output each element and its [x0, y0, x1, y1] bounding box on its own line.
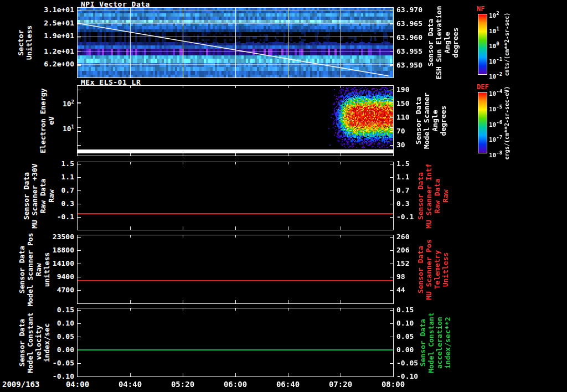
tick-mark — [183, 308, 183, 311]
right-axis-label-line: Sensor Data — [419, 287, 427, 392]
tick-exponent: 2 — [71, 99, 74, 105]
time-tick-label: 04:40 — [108, 380, 152, 389]
tick-mark — [390, 290, 393, 291]
tick-mark — [390, 277, 393, 277]
tick-mark — [78, 90, 81, 90]
tick-mark — [78, 64, 81, 65]
tick-mark — [390, 323, 393, 324]
tick-mark — [78, 310, 81, 311]
tick-mark — [341, 74, 341, 78]
tick-mark — [78, 204, 81, 204]
tick-mark — [390, 65, 393, 66]
tick-mark — [235, 373, 236, 376]
tick-exponent: -1 — [496, 56, 502, 62]
npi-spectrogram-panel — [77, 7, 394, 78]
tick-mark — [78, 24, 81, 24]
npi-spectrogram-canvas — [78, 8, 393, 78]
tick-mark — [130, 235, 131, 238]
tick-mark — [183, 235, 183, 238]
tick-mark — [78, 36, 81, 37]
tick-mark — [390, 51, 393, 52]
tick-exponent: -4 — [496, 89, 502, 94]
y-tick-label: 1.2e+01 — [30, 47, 74, 55]
tick-mark — [78, 164, 81, 164]
tick-mark — [130, 152, 131, 156]
tick-exponent: -8 — [496, 150, 502, 156]
tick-mark — [235, 162, 236, 164]
tick-mark — [130, 373, 131, 376]
tick-mark — [78, 145, 81, 146]
series-line-model-scanner-pos-raw — [78, 280, 393, 281]
tick-mark — [341, 300, 341, 303]
tick-mark — [390, 217, 393, 218]
model-constant-panel — [77, 308, 394, 377]
tick-exponent: -7 — [496, 135, 502, 140]
tick-mark — [235, 235, 236, 238]
tick-mark — [390, 127, 393, 128]
colorbar-def — [478, 92, 487, 153]
tick-mark — [288, 86, 288, 88]
tick-mark — [78, 323, 81, 324]
tick-mark — [390, 177, 393, 178]
tick-mark — [235, 8, 236, 10]
tick-mark — [183, 162, 183, 164]
right-axis-label: Sensor DataModel Constantaccelerationind… — [419, 287, 452, 392]
tick-mark — [341, 235, 341, 238]
tick-mark — [390, 10, 393, 11]
tick-mark — [288, 226, 288, 230]
tick-mark — [78, 38, 81, 38]
time-tick-label: 07:20 — [318, 380, 363, 389]
tick-mark — [288, 373, 288, 376]
tick-mark — [78, 363, 81, 364]
tick-mark — [390, 164, 393, 164]
tick-mark — [183, 300, 183, 303]
tick-mark — [390, 190, 393, 191]
colorbar-nf — [478, 14, 487, 75]
colorbar-nf-title: NF — [477, 5, 484, 13]
y-axis-label: Sensor DataModel Constantvelocityindex/s… — [18, 287, 51, 392]
tick-mark — [390, 38, 393, 38]
right-axis-label-line: index/sec**2 — [444, 287, 452, 392]
colorbar-units-label: ergs/(cm**2-sr-sec-eV) — [504, 68, 511, 178]
tick-mark — [78, 376, 81, 377]
tick-mark — [390, 237, 393, 238]
tick-mark — [341, 308, 341, 311]
tick-mark — [78, 290, 81, 291]
tick-mark — [235, 226, 236, 230]
tick-mark — [78, 127, 81, 128]
tick-mark — [130, 86, 131, 88]
time-tick-label: 08:00 — [371, 380, 415, 389]
tick-mark — [390, 264, 393, 264]
tick-mark — [390, 250, 393, 251]
series-line-mu-scanner-30v-raw — [78, 213, 393, 214]
tick-mark — [390, 36, 393, 37]
tick-mark — [78, 237, 81, 238]
tick-mark — [390, 376, 393, 377]
els-spectrogram-canvas — [78, 86, 393, 156]
time-tick-label: 06:00 — [213, 380, 257, 389]
y-axis-label-line: velocity — [34, 287, 43, 392]
tick-mark — [183, 373, 183, 376]
right-axis-label-line: Model Constant — [427, 287, 435, 392]
tick-exponent: 2 — [496, 11, 499, 16]
tick-mark — [183, 74, 183, 78]
tick-mark — [130, 308, 131, 311]
y-tick-label: 1.9e+01 — [30, 32, 74, 40]
tick-mark — [390, 145, 393, 146]
tick-mark — [78, 104, 81, 104]
plot-screen: NPI Vector Data MEx ELS-01 LR NF DEF 200… — [0, 0, 567, 392]
tick-mark — [78, 117, 81, 118]
tick-mark — [390, 64, 393, 65]
tick-exponent: -5 — [496, 104, 502, 110]
y-axis-label-line: Sector — [17, 0, 25, 98]
tick-mark — [78, 250, 81, 251]
tick-mark — [341, 373, 341, 376]
els-spectrogram-panel — [77, 85, 394, 156]
tick-mark — [390, 90, 393, 90]
scanner-pos-panel — [77, 235, 394, 304]
tick-mark — [288, 162, 288, 164]
y-tick-label: 3.1e+01 — [30, 6, 74, 14]
tick-mark — [390, 363, 393, 364]
tick-mark — [78, 102, 81, 103]
tick-mark — [130, 162, 131, 164]
